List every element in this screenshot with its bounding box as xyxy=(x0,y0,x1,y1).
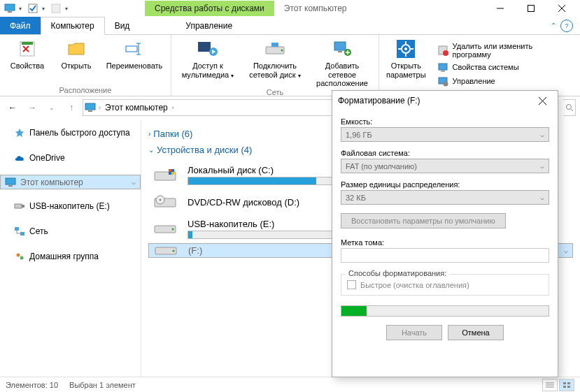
svg-rect-62 xyxy=(563,386,566,388)
sidebar-item-onedrive[interactable]: OneDrive xyxy=(0,150,141,166)
blank-qat-icon[interactable] xyxy=(49,1,63,15)
allocation-select[interactable]: 32 КБ xyxy=(341,190,549,205)
title-bar: ▾ ▾ ▾ Средства работы с дисками Этот ком… xyxy=(0,0,580,17)
removable-disk-icon xyxy=(153,221,178,238)
thispc-path-icon xyxy=(85,103,96,112)
local-disk-icon xyxy=(153,167,178,184)
close-button[interactable] xyxy=(546,0,577,17)
rename-button[interactable]: Переименовать xyxy=(104,38,165,80)
tab-file[interactable]: Файл xyxy=(0,17,41,34)
svg-rect-17 xyxy=(271,43,278,47)
back-button[interactable]: ← xyxy=(4,99,21,116)
svg-rect-41 xyxy=(22,205,24,208)
media-icon xyxy=(197,38,219,60)
restore-defaults-button[interactable]: Восстановить параметры по умолчанию xyxy=(341,213,506,228)
svg-point-33 xyxy=(443,82,448,87)
ribbon-group-location: Свойства Открыть Переименовать Расположе… xyxy=(0,35,171,96)
drive-c-usage-bar xyxy=(188,177,334,185)
properties-button[interactable]: Свойства xyxy=(6,38,49,80)
filesystem-label: Файловая система: xyxy=(341,149,549,157)
cancel-button[interactable]: Отмена xyxy=(448,325,504,340)
svg-point-45 xyxy=(20,256,24,260)
uninstall-program-link[interactable]: Удалить или изменить программу xyxy=(437,42,570,59)
dialog-titlebar[interactable]: Форматирование (F:) xyxy=(332,91,558,110)
format-options-legend: Способы форматирования: xyxy=(346,269,449,277)
qat-dropdown3-icon[interactable]: ▾ xyxy=(65,6,68,12)
svg-rect-38 xyxy=(6,178,15,184)
svg-rect-13 xyxy=(198,42,211,52)
status-item-count: Элементов: 10 xyxy=(6,381,58,389)
add-network-location-button[interactable]: Добавить сетевое расположение xyxy=(311,38,373,88)
filesystem-select[interactable]: FAT (по умолчанию) xyxy=(341,159,549,173)
path-sep-icon[interactable]: › xyxy=(99,104,101,111)
forward-button[interactable]: → xyxy=(24,99,41,116)
svg-point-16 xyxy=(281,50,283,52)
format-progress-bar xyxy=(341,305,549,317)
svg-rect-60 xyxy=(563,382,566,384)
chevron-up-icon: ⌃ xyxy=(551,22,556,29)
capacity-select[interactable]: 1,96 ГБ xyxy=(341,127,549,142)
svg-rect-30 xyxy=(439,64,447,70)
breadcrumb[interactable]: Этот компьютер xyxy=(104,103,169,112)
tab-view[interactable]: Вид xyxy=(105,17,140,34)
sidebar-item-this-pc[interactable]: Этот компьютер xyxy=(0,175,141,189)
checkbox-qat-icon[interactable] xyxy=(26,1,40,15)
svg-rect-42 xyxy=(15,227,19,231)
checkbox-icon xyxy=(347,280,356,289)
rename-icon xyxy=(123,38,146,60)
system-links: Удалить или изменить программу Свойства … xyxy=(433,38,574,91)
tab-manage[interactable]: Управление xyxy=(176,17,242,34)
ribbon-tabs: Файл Компьютер Вид Управление ⌃ ? xyxy=(0,17,580,35)
dialog-title: Форматирование (F:) xyxy=(338,96,420,106)
up-button[interactable]: ↑ xyxy=(63,99,80,116)
minimize-button[interactable] xyxy=(485,0,516,17)
network-icon xyxy=(14,226,25,237)
manage-icon xyxy=(437,75,448,87)
quick-format-checkbox[interactable]: Быстрое (очистка оглавления) xyxy=(347,280,543,289)
ribbon-group-system: Открыть параметры Удалить или изменить п… xyxy=(379,35,580,96)
details-view-button[interactable] xyxy=(542,379,558,391)
system-props-icon xyxy=(437,61,448,73)
dialog-close-button[interactable] xyxy=(532,92,552,109)
tab-computer[interactable]: Компьютер xyxy=(41,17,105,35)
svg-rect-3 xyxy=(52,4,60,13)
star-icon xyxy=(14,127,25,138)
pc-icon xyxy=(5,177,16,188)
svg-rect-43 xyxy=(20,232,24,235)
svg-rect-48 xyxy=(169,169,171,172)
capacity-label: Емкость: xyxy=(341,117,549,126)
system-manage-link[interactable]: Управление xyxy=(437,75,570,87)
ribbon-collapse[interactable]: ⌃ ? xyxy=(551,17,580,34)
thispc-icon[interactable] xyxy=(3,1,17,15)
open-settings-button[interactable]: Открыть параметры xyxy=(385,38,427,91)
start-button[interactable]: Начать xyxy=(386,325,442,340)
svg-point-23 xyxy=(404,48,407,50)
recent-locations-button[interactable]: ⌄ xyxy=(43,99,60,116)
svg-rect-5 xyxy=(528,6,535,12)
sidebar-item-quick-access[interactable]: Панель быстрого доступа xyxy=(0,124,141,141)
svg-rect-9 xyxy=(126,46,137,52)
open-button[interactable]: Открыть xyxy=(55,38,98,80)
chevron-down-icon: ⌄ xyxy=(148,146,154,154)
settings-gear-icon xyxy=(395,38,417,60)
map-network-drive-button[interactable]: Подключить сетевой диск ▾ xyxy=(244,38,306,88)
media-access-button[interactable]: Доступ к мультимедиа ▾ xyxy=(177,38,239,88)
search-box[interactable] xyxy=(563,99,576,116)
sidebar-item-homegroup[interactable]: Домашняя группа xyxy=(0,248,141,265)
large-icons-view-button[interactable] xyxy=(559,379,574,391)
system-properties-link[interactable]: Свойства системы xyxy=(437,61,570,73)
homegroup-icon xyxy=(14,251,25,262)
qat-dropdown2-icon[interactable]: ▾ xyxy=(42,6,45,12)
sidebar-item-network[interactable]: Сеть xyxy=(0,223,141,240)
svg-rect-31 xyxy=(441,71,445,72)
qat-dropdown-icon[interactable]: ▾ xyxy=(19,6,22,12)
usb-drive-icon xyxy=(14,201,25,212)
drive-e-usage-bar xyxy=(188,231,334,239)
sidebar-item-usb[interactable]: USB-накопитель (E:) xyxy=(0,198,141,215)
help-icon[interactable]: ? xyxy=(560,20,573,32)
path-sep2-icon[interactable]: › xyxy=(172,104,174,111)
volume-label-input[interactable] xyxy=(341,248,549,263)
svg-rect-49 xyxy=(171,172,174,175)
svg-rect-63 xyxy=(567,386,570,388)
maximize-button[interactable] xyxy=(516,0,546,17)
